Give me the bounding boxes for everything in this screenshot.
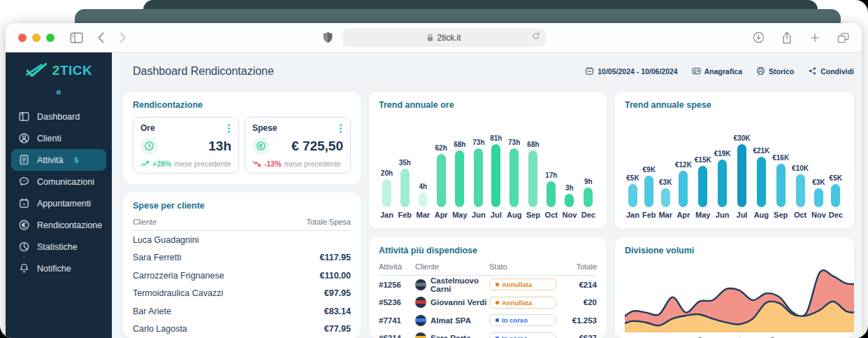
activity-total: €1.253 xyxy=(556,316,597,325)
bar[interactable] xyxy=(455,150,464,207)
bar-category-label: Dec xyxy=(581,211,595,219)
bar[interactable] xyxy=(698,166,707,207)
table-row[interactable]: #1256Castelnuovo CarniAnnullata€214 xyxy=(379,276,597,294)
ore-kebab-menu[interactable] xyxy=(226,123,231,134)
back-button[interactable] xyxy=(97,32,105,43)
refresh-button[interactable] xyxy=(531,31,540,43)
bar[interactable] xyxy=(509,148,519,207)
table-row[interactable]: Bar Ariete€83.14 xyxy=(133,302,351,321)
date-range-button[interactable]: 10/05/2024 - 10/06/2024 xyxy=(585,66,677,76)
ore-delta: +28% xyxy=(152,160,171,168)
bar-category-label: Jul xyxy=(491,211,502,219)
storico-button[interactable]: Storico xyxy=(756,66,794,76)
bar[interactable] xyxy=(565,194,574,207)
spese-delta-note: mese precedente xyxy=(284,160,341,168)
bar[interactable] xyxy=(382,179,391,207)
table-row[interactable]: Termoidraulica Cavazzi€97.95 xyxy=(133,285,351,303)
bar[interactable] xyxy=(796,174,805,207)
sidebar-item-attivita[interactable]: Attività5 xyxy=(11,149,106,171)
sidebar-item-appuntamenti[interactable]: Appuntamenti xyxy=(11,192,106,214)
trend-down-icon xyxy=(252,160,261,167)
table-row[interactable]: #5236Giovanni VerdiAnnullata€20 xyxy=(379,294,597,312)
pie-icon xyxy=(18,241,30,253)
bar-column: 9hDec xyxy=(581,114,595,219)
spese-kebab-menu[interactable] xyxy=(338,123,343,134)
bar-value-label: 81h xyxy=(490,134,502,142)
condividi-button[interactable]: Condividi xyxy=(808,66,854,76)
forward-button[interactable] xyxy=(119,32,126,43)
dashboard-icon xyxy=(18,111,30,122)
client-avatar xyxy=(415,279,426,290)
ore-metric-card: Ore 13h xyxy=(133,117,239,174)
zoom-window-button[interactable] xyxy=(46,34,55,42)
sidebar-item-badge: 5 xyxy=(75,156,79,164)
sidebar-item-clienti[interactable]: Clienti xyxy=(11,127,106,149)
bar[interactable] xyxy=(584,188,593,207)
sidebar-item-comunicazioni[interactable]: Comunicazioni xyxy=(11,171,106,192)
bar[interactable] xyxy=(718,160,727,207)
bar[interactable] xyxy=(547,181,556,207)
close-window-button[interactable] xyxy=(18,34,27,42)
bar[interactable] xyxy=(644,176,653,207)
bar-category-label: Jan xyxy=(380,211,393,219)
bar[interactable] xyxy=(776,164,786,207)
bar[interactable] xyxy=(528,150,537,207)
ore-delta-note: mese precedente xyxy=(174,160,231,168)
bar-column: 4hMar xyxy=(417,114,431,219)
attivita-table-body: #1256Castelnuovo CarniAnnullata€214#5236… xyxy=(379,276,597,338)
bar-value-label: 73h xyxy=(508,139,520,146)
client-cell: Giovanni Verdi xyxy=(415,297,489,308)
minimize-window-button[interactable] xyxy=(32,34,41,42)
table-row[interactable]: Carrozzeria Frignanese€110.00 xyxy=(133,267,351,285)
bar[interactable] xyxy=(491,144,500,207)
sidebar-item-dashboard[interactable]: Dashboard xyxy=(11,106,106,127)
share-button[interactable] xyxy=(781,31,793,44)
bar-column: 62hApr xyxy=(435,114,448,219)
sidebar-item-rendicontazione[interactable]: Rendicontazione xyxy=(11,214,106,236)
tab-overview-button[interactable] xyxy=(837,32,849,43)
table-row[interactable]: Sara Ferretti€117.95 xyxy=(133,249,351,267)
bar-value-label: €21K xyxy=(753,147,769,155)
bar-column: 73hJun xyxy=(472,114,486,219)
table-row[interactable]: Carlo Lagosta€77.95 xyxy=(133,321,351,338)
bar-category-label: Apr xyxy=(435,211,448,219)
client-name: Luca Guadagnini xyxy=(133,235,199,245)
sidebar-collapse-button[interactable]: « xyxy=(6,86,112,97)
activity-id: #7741 xyxy=(379,316,415,325)
bar[interactable] xyxy=(628,184,637,207)
table-row[interactable]: Luca Guadagnini xyxy=(133,231,351,249)
anagrafica-button[interactable]: Anagrafica xyxy=(692,66,742,76)
sidebar-toggle-icon[interactable] xyxy=(70,32,83,43)
bar-category-label: Dec xyxy=(829,211,843,219)
new-tab-button[interactable] xyxy=(809,32,820,43)
bar-column: €16KSep xyxy=(772,114,789,219)
bar[interactable] xyxy=(757,157,766,207)
bar-value-label: €3K xyxy=(812,178,825,186)
spese-metric-card: Spese € 725,50 xyxy=(245,117,351,174)
bar[interactable] xyxy=(831,184,840,207)
bar[interactable] xyxy=(400,169,410,207)
bar[interactable] xyxy=(661,188,670,207)
bar[interactable] xyxy=(737,144,746,207)
tasks-icon xyxy=(18,154,30,166)
sidebar-item-statistiche[interactable]: Statistiche xyxy=(11,236,106,258)
url-bar[interactable]: 2tick.it xyxy=(342,29,545,47)
bar-column: 81hJul xyxy=(490,114,502,219)
bar[interactable] xyxy=(419,192,428,207)
bar[interactable] xyxy=(814,188,823,207)
sidebar-item-notifiche[interactable]: Notifiche xyxy=(11,258,106,279)
bar[interactable] xyxy=(437,154,446,207)
table-row[interactable]: #6214Sara PortaIn corso€627 xyxy=(379,330,597,338)
client-name: Giovanni Verdi xyxy=(431,298,487,307)
bar-value-label: €16K xyxy=(772,154,789,162)
downloads-button[interactable] xyxy=(753,31,765,43)
chart-legend: SpesaOre xyxy=(625,335,854,338)
bar-column: €19KJun xyxy=(714,114,731,219)
page-title: Dashboard Rendicontazione xyxy=(133,65,274,78)
privacy-shield-icon[interactable] xyxy=(322,31,333,43)
table-row[interactable]: #7741Almat SPAIn corso€1.253 xyxy=(379,311,597,330)
bar-category-label: Feb xyxy=(398,211,412,219)
bar[interactable] xyxy=(474,148,483,207)
bar[interactable] xyxy=(679,171,688,207)
bar-value-label: €5K xyxy=(626,174,639,182)
